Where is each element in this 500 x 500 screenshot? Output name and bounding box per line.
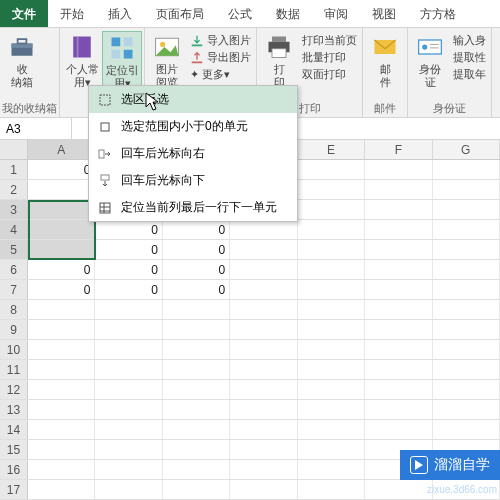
cell[interactable] bbox=[95, 360, 162, 379]
cell[interactable]: 0 bbox=[163, 260, 230, 279]
cell[interactable] bbox=[365, 260, 432, 279]
cell[interactable] bbox=[365, 380, 432, 399]
print-current-button[interactable]: 打印当前页 bbox=[302, 33, 357, 48]
cell[interactable] bbox=[28, 480, 95, 499]
cell[interactable] bbox=[230, 240, 297, 259]
cell[interactable] bbox=[28, 380, 95, 399]
cell[interactable] bbox=[163, 360, 230, 379]
cell[interactable] bbox=[95, 340, 162, 359]
personal-button[interactable]: 个人常 用▾ bbox=[62, 31, 102, 91]
cell[interactable] bbox=[365, 320, 432, 339]
cell[interactable]: 0 bbox=[28, 260, 95, 279]
row-header[interactable]: 8 bbox=[0, 300, 28, 319]
cell[interactable] bbox=[298, 260, 365, 279]
cell[interactable] bbox=[28, 180, 95, 199]
cell[interactable] bbox=[28, 240, 95, 259]
cell[interactable] bbox=[230, 460, 297, 479]
cell[interactable] bbox=[298, 400, 365, 419]
col-header-F[interactable]: F bbox=[365, 140, 432, 159]
cell[interactable] bbox=[28, 460, 95, 479]
cell[interactable] bbox=[230, 260, 297, 279]
collection-button[interactable]: 收 纳箱 bbox=[2, 31, 42, 91]
cell[interactable] bbox=[230, 280, 297, 299]
cell[interactable] bbox=[230, 340, 297, 359]
row-header[interactable]: 17 bbox=[0, 480, 28, 499]
row-header[interactable]: 12 bbox=[0, 380, 28, 399]
duplex-print-button[interactable]: 双面打印 bbox=[302, 67, 357, 82]
cell[interactable] bbox=[365, 200, 432, 219]
cell[interactable] bbox=[365, 420, 432, 439]
cell[interactable] bbox=[365, 340, 432, 359]
cell[interactable] bbox=[433, 420, 500, 439]
import-pic-button[interactable]: 导入图片 bbox=[190, 33, 251, 48]
cell[interactable] bbox=[298, 480, 365, 499]
cell[interactable] bbox=[298, 340, 365, 359]
cell[interactable] bbox=[433, 200, 500, 219]
row-header[interactable]: 16 bbox=[0, 460, 28, 479]
col-header-G[interactable]: G bbox=[433, 140, 500, 159]
cell[interactable] bbox=[230, 400, 297, 419]
row-header[interactable]: 14 bbox=[0, 420, 28, 439]
dd-enter-right[interactable]: 回车后光标向右 bbox=[89, 140, 297, 167]
cell[interactable] bbox=[433, 180, 500, 199]
cell[interactable] bbox=[230, 380, 297, 399]
cell[interactable] bbox=[28, 320, 95, 339]
row-header[interactable]: 1 bbox=[0, 160, 28, 179]
cell[interactable] bbox=[163, 460, 230, 479]
cell[interactable] bbox=[433, 380, 500, 399]
cell[interactable] bbox=[230, 360, 297, 379]
cell[interactable] bbox=[28, 400, 95, 419]
cell[interactable] bbox=[163, 380, 230, 399]
tab-layout[interactable]: 页面布局 bbox=[144, 0, 216, 27]
row-header[interactable]: 2 bbox=[0, 180, 28, 199]
cell[interactable] bbox=[95, 460, 162, 479]
picture-view-button[interactable]: 图片 阅览 bbox=[147, 31, 187, 91]
cell[interactable] bbox=[95, 300, 162, 319]
cell[interactable] bbox=[230, 440, 297, 459]
cell[interactable]: 0 bbox=[163, 240, 230, 259]
cell[interactable] bbox=[298, 280, 365, 299]
cell[interactable] bbox=[298, 160, 365, 179]
cell[interactable]: 0 bbox=[28, 280, 95, 299]
cell[interactable] bbox=[28, 200, 95, 219]
cell[interactable] bbox=[28, 300, 95, 319]
export-pic-button[interactable]: 导出图片 bbox=[190, 50, 251, 65]
cell[interactable] bbox=[298, 200, 365, 219]
cell[interactable] bbox=[163, 320, 230, 339]
cell[interactable] bbox=[298, 320, 365, 339]
cell[interactable] bbox=[433, 240, 500, 259]
cell[interactable] bbox=[163, 400, 230, 419]
tab-file[interactable]: 文件 bbox=[0, 0, 48, 27]
tab-view[interactable]: 视图 bbox=[360, 0, 408, 27]
batch-print-button[interactable]: 批量打印 bbox=[302, 50, 357, 65]
cell[interactable] bbox=[95, 320, 162, 339]
row-header[interactable]: 3 bbox=[0, 200, 28, 219]
cell[interactable] bbox=[28, 420, 95, 439]
print-button[interactable]: 打 印 bbox=[259, 31, 299, 91]
row-header[interactable]: 9 bbox=[0, 320, 28, 339]
cell[interactable] bbox=[163, 300, 230, 319]
name-box[interactable]: A3 bbox=[0, 118, 72, 139]
idcard-input-button[interactable]: 输入身 bbox=[453, 33, 486, 48]
idcard-age-button[interactable]: 提取年 bbox=[453, 67, 486, 82]
cell[interactable] bbox=[298, 420, 365, 439]
dd-invert-selection[interactable]: 选区反选 bbox=[89, 86, 297, 113]
row-header[interactable]: 7 bbox=[0, 280, 28, 299]
cell[interactable] bbox=[365, 300, 432, 319]
cell[interactable] bbox=[230, 480, 297, 499]
cell[interactable] bbox=[298, 380, 365, 399]
tab-formula[interactable]: 公式 bbox=[216, 0, 264, 27]
tab-insert[interactable]: 插入 bbox=[96, 0, 144, 27]
row-header[interactable]: 4 bbox=[0, 220, 28, 239]
cell[interactable] bbox=[298, 460, 365, 479]
cell[interactable] bbox=[365, 240, 432, 259]
cell[interactable] bbox=[95, 400, 162, 419]
dd-last-row-next[interactable]: 定位当前列最后一行下一单元 bbox=[89, 194, 297, 221]
cell[interactable] bbox=[365, 480, 432, 499]
cell[interactable] bbox=[28, 340, 95, 359]
cell[interactable]: 0 bbox=[163, 220, 230, 239]
cell[interactable] bbox=[365, 180, 432, 199]
cell[interactable] bbox=[298, 180, 365, 199]
cell[interactable] bbox=[230, 300, 297, 319]
cell[interactable]: 0 bbox=[163, 280, 230, 299]
